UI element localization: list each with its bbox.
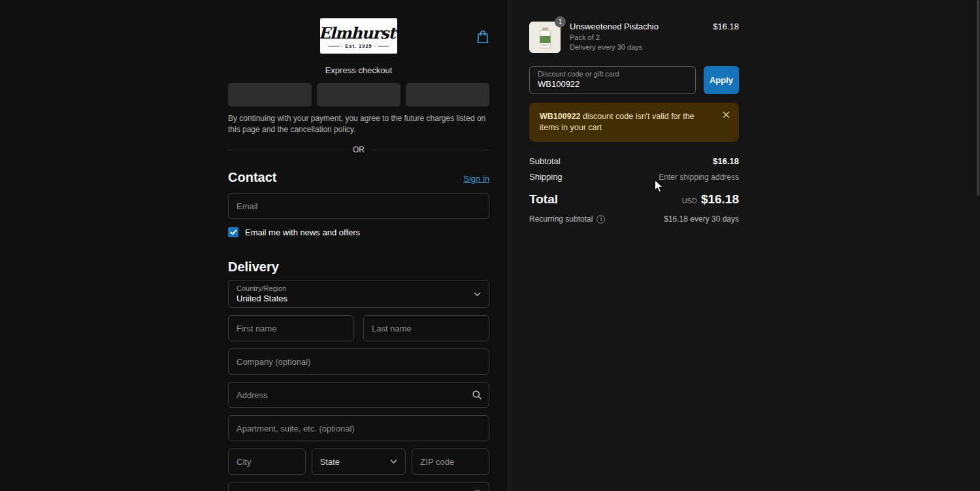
close-icon bbox=[723, 110, 730, 120]
logo-ornament-dot: · bbox=[341, 43, 344, 49]
company-input[interactable] bbox=[228, 348, 489, 375]
cart-button[interactable] bbox=[476, 29, 489, 44]
logo-ornament-dot: · bbox=[374, 43, 377, 49]
divider-line bbox=[372, 150, 489, 150]
city-input[interactable] bbox=[228, 449, 306, 475]
recurring-left: Recurring subtotal i bbox=[529, 214, 605, 224]
discount-code-input[interactable] bbox=[538, 79, 687, 89]
info-icon[interactable]: i bbox=[596, 215, 605, 224]
contact-section-header: Contact Sign in bbox=[228, 170, 489, 185]
subtotal-row: Subtotal $16.18 bbox=[529, 156, 739, 166]
name-row bbox=[228, 315, 489, 341]
country-value: United States bbox=[237, 294, 481, 303]
order-summary-content: 1 Unsweetened Pistachio Pack of 2 Delive… bbox=[529, 22, 739, 224]
phone-field-wrap: ? bbox=[228, 482, 489, 491]
last-name-input[interactable] bbox=[363, 315, 489, 341]
apartment-field-wrap bbox=[228, 415, 489, 441]
store-logo[interactable]: Elmhurst® · Est. 1925 · bbox=[320, 18, 397, 54]
established-text: Est. 1925 bbox=[345, 43, 372, 49]
product-variant: Pack of 2 bbox=[570, 33, 708, 41]
product-thumbnail: 1 bbox=[529, 22, 561, 53]
error-discount-code: WB100922 bbox=[540, 112, 581, 121]
express-pay-button-3[interactable] bbox=[406, 83, 489, 107]
discount-error-banner: WB100922 discount code isn't valid for t… bbox=[529, 103, 739, 142]
shipping-label: Shipping bbox=[529, 172, 563, 182]
total-row: Total USD $16.18 bbox=[529, 192, 739, 207]
shopping-bag-icon bbox=[476, 36, 489, 46]
contact-heading: Contact bbox=[228, 170, 276, 185]
product-info: Unsweetened Pistachio Pack of 2 Delivery… bbox=[570, 22, 708, 51]
chevron-down-icon bbox=[474, 292, 481, 296]
newsletter-optin[interactable]: Email me with news and offers bbox=[228, 227, 489, 237]
checkout-form-content: Elmhurst® · Est. 1925 · bbox=[228, 0, 489, 491]
last-name-field-wrap bbox=[363, 315, 489, 341]
zip-input[interactable] bbox=[412, 449, 489, 475]
brand-established: · Est. 1925 · bbox=[329, 43, 389, 49]
or-label: OR bbox=[353, 145, 365, 154]
scrollbar-thumb[interactable] bbox=[977, 0, 979, 196]
logo-ornament-line bbox=[329, 46, 339, 46]
city-state-zip-row: State bbox=[228, 449, 489, 475]
total-label: Total bbox=[529, 192, 558, 207]
first-name-input[interactable] bbox=[228, 315, 354, 341]
subtotal-value: $16.18 bbox=[713, 156, 739, 166]
product-price: $16.18 bbox=[713, 22, 739, 31]
apply-discount-button[interactable]: Apply bbox=[704, 66, 739, 94]
totals-section: Subtotal $16.18 Shipping Enter shipping … bbox=[529, 156, 739, 224]
phone-input[interactable] bbox=[228, 482, 489, 491]
shipping-value: Enter shipping address bbox=[659, 173, 739, 182]
logo-ornament-line bbox=[378, 46, 389, 46]
quantity-badge: 1 bbox=[555, 16, 566, 27]
cart-line-item: 1 Unsweetened Pistachio Pack of 2 Delive… bbox=[529, 22, 739, 53]
checkout-form-pane: Elmhurst® · Est. 1925 · bbox=[0, 0, 509, 491]
total-value: $16.18 bbox=[701, 192, 739, 207]
product-name: Unsweetened Pistachio bbox=[570, 22, 708, 31]
address-field-wrap bbox=[228, 382, 489, 408]
subtotal-label: Subtotal bbox=[529, 156, 561, 166]
currency-code: USD bbox=[682, 197, 697, 205]
express-pay-button-2[interactable] bbox=[317, 83, 400, 107]
payment-disclaimer: By continuing with your payment, you agr… bbox=[228, 113, 489, 135]
discount-row: Discount code or gift card Apply bbox=[529, 66, 739, 94]
checkout-header: Elmhurst® · Est. 1925 · bbox=[228, 18, 489, 54]
state-placeholder: State bbox=[320, 457, 340, 467]
email-field-wrap bbox=[228, 193, 489, 219]
total-amount: USD $16.18 bbox=[682, 192, 739, 207]
product-image bbox=[529, 22, 561, 53]
sign-in-link[interactable]: Sign in bbox=[463, 174, 489, 184]
discount-field[interactable]: Discount code or gift card bbox=[529, 66, 696, 94]
divider-line bbox=[228, 150, 345, 150]
express-pay-button-1[interactable] bbox=[228, 83, 312, 107]
newsletter-label: Email me with news and offers bbox=[245, 228, 360, 237]
search-icon bbox=[472, 390, 482, 400]
shipping-row: Shipping Enter shipping address bbox=[529, 172, 739, 182]
state-select[interactable]: State bbox=[312, 449, 406, 475]
order-summary-pane: 1 Unsweetened Pistachio Pack of 2 Delive… bbox=[509, 0, 980, 491]
recurring-label: Recurring subtotal bbox=[529, 214, 593, 224]
zip-field-wrap bbox=[412, 449, 489, 475]
delivery-section-header: Delivery bbox=[228, 260, 489, 275]
brand-name: Elmhurst® bbox=[319, 24, 399, 41]
or-divider: OR bbox=[228, 145, 489, 154]
chevron-down-icon bbox=[390, 460, 397, 464]
email-input[interactable] bbox=[228, 193, 489, 219]
address-input[interactable] bbox=[228, 382, 489, 408]
first-name-field-wrap bbox=[228, 315, 354, 341]
city-field-wrap bbox=[228, 449, 306, 475]
country-label: Country/Region bbox=[237, 284, 481, 292]
trademark-symbol: ® bbox=[395, 28, 399, 34]
country-select[interactable]: Country/Region United States bbox=[228, 280, 489, 308]
apartment-input[interactable] bbox=[228, 415, 489, 441]
recurring-subtotal-row: Recurring subtotal i $16.18 every 30 day… bbox=[529, 214, 739, 224]
recurring-value: $16.18 every 30 days bbox=[664, 214, 739, 224]
delivery-heading: Delivery bbox=[228, 260, 279, 275]
company-field-wrap bbox=[228, 348, 489, 375]
checkbox-checked-icon[interactable] bbox=[228, 227, 238, 237]
discount-label: Discount code or gift card bbox=[538, 70, 687, 78]
close-error-button[interactable] bbox=[721, 110, 731, 120]
checkout-page: Elmhurst® · Est. 1925 · bbox=[0, 0, 980, 491]
express-checkout-title: Express checkout bbox=[228, 65, 489, 75]
product-frequency: Delivery every 30 days bbox=[570, 43, 708, 51]
express-checkout-buttons bbox=[228, 83, 489, 107]
